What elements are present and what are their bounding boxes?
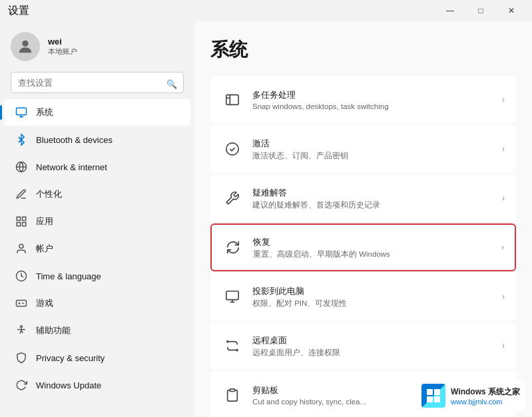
setting-item-projection[interactable]: 投影到此电脑 权限、配对 PIN、可发现性 › [210, 273, 516, 321]
title-bar-left: 设置 [8, 4, 29, 18]
setting-title: 疑难解答 [252, 187, 497, 199]
setting-desc: Snap windows, desktops, task switching [252, 102, 497, 110]
sidebar-item-personalization[interactable]: 个性化 [4, 181, 190, 208]
watermark-text: Windows 系统之家 www.bjjmlv.com [451, 386, 520, 406]
user-name: wei [48, 37, 77, 47]
sidebar-item-apps[interactable]: 应用 [4, 208, 190, 235]
setting-item-troubleshoot[interactable]: 疑难解答 建议的疑难解答、首选项和历史记录 › [210, 174, 516, 222]
svg-rect-11 [226, 95, 238, 105]
gaming-icon [15, 297, 28, 310]
setting-title: 投影到此电脑 [252, 285, 497, 297]
sidebar-item-bluetooth[interactable]: Bluetooth & devices [4, 126, 190, 153]
chevron-right-icon: › [502, 292, 505, 301]
svg-rect-4 [23, 217, 26, 220]
content-area: 系统 多任务处理 Snap windows, desktops, task sw… [194, 21, 532, 417]
nav-list: 系统 Bluetooth & devices Network & interne… [0, 98, 194, 417]
activation-icon [222, 138, 243, 160]
setting-item-activation[interactable]: 激活 激活状态、订阅、产品密钥 › [210, 125, 516, 173]
troubleshoot-icon [222, 188, 243, 209]
sidebar-item-accessibility[interactable]: 辅助功能 [4, 317, 190, 344]
maximize-button[interactable]: □ [465, 0, 496, 21]
sidebar-item-label: Network & internet [36, 162, 107, 172]
minimize-button[interactable]: — [435, 0, 465, 21]
chevron-right-icon: › [502, 95, 505, 104]
setting-item-recovery[interactable]: 恢复 重置、高级启动、早期版本的 Windows › [210, 223, 516, 271]
setting-item-multitasking[interactable]: 多任务处理 Snap windows, desktops, task switc… [210, 76, 516, 124]
svg-point-12 [226, 143, 238, 155]
remote-icon [222, 335, 243, 356]
time-icon [15, 269, 28, 283]
watermark-line2: www.bjjmlv.com [451, 398, 520, 406]
sidebar-item-update[interactable]: Windows Update [4, 372, 190, 398]
setting-title: 远程桌面 [252, 335, 497, 347]
svg-rect-15 [427, 389, 433, 395]
chevron-right-icon: › [502, 341, 505, 350]
setting-item-remote[interactable]: 远程桌面 远程桌面用户、连接权限 › [210, 322, 516, 370]
sidebar-item-label: Windows Update [36, 380, 101, 390]
sidebar-item-system[interactable]: 系统 [4, 99, 190, 126]
app-container: wei 本地账户 🔍 系统 Bluetooth & devices Networ… [0, 21, 532, 417]
sidebar-item-label: Privacy & security [36, 353, 105, 363]
user-info: wei 本地账户 [48, 37, 77, 57]
svg-point-7 [19, 244, 23, 248]
sidebar-item-accounts[interactable]: 帐户 [4, 235, 190, 262]
setting-title: 恢复 [253, 236, 496, 248]
projection-icon [222, 286, 243, 307]
sidebar-item-label: 个性化 [36, 188, 62, 200]
clipboard-icon [222, 384, 243, 406]
setting-text: 恢复 重置、高级启动、早期版本的 Windows [253, 236, 496, 259]
svg-rect-18 [434, 396, 440, 402]
watermark-logo [421, 384, 445, 408]
chevron-right-icon: › [502, 144, 505, 154]
sidebar-item-label: Time & language [36, 271, 101, 281]
svg-point-0 [22, 41, 28, 47]
setting-text: 多任务处理 Snap windows, desktops, task switc… [252, 89, 497, 110]
setting-title: 多任务处理 [252, 89, 497, 101]
sidebar-item-label: 辅助功能 [36, 325, 71, 337]
settings-list: 多任务处理 Snap windows, desktops, task switc… [210, 76, 516, 417]
svg-rect-14 [230, 389, 234, 392]
watermark: Windows 系统之家 www.bjjmlv.com [416, 381, 525, 410]
svg-point-10 [21, 326, 23, 328]
setting-desc: 重置、高级启动、早期版本的 Windows [253, 249, 496, 259]
sidebar-item-time[interactable]: Time & language [4, 263, 190, 289]
setting-desc: 权限、配对 PIN、可发现性 [252, 299, 497, 309]
apps-icon [15, 215, 28, 228]
personalization-icon [15, 188, 28, 201]
setting-desc: 远程桌面用户、连接权限 [252, 348, 497, 358]
svg-rect-6 [23, 223, 26, 226]
search-container: 🔍 [0, 69, 194, 98]
system-icon [15, 106, 28, 119]
watermark-line1: Windows 系统之家 [451, 386, 520, 398]
search-input[interactable] [11, 72, 184, 93]
update-icon [15, 378, 28, 392]
setting-text: 投影到此电脑 权限、配对 PIN、可发现性 [252, 285, 497, 309]
svg-rect-5 [17, 223, 20, 226]
network-icon [15, 160, 28, 174]
user-role: 本地账户 [48, 47, 77, 57]
sidebar-item-privacy[interactable]: Privacy & security [4, 345, 190, 371]
title-bar-controls: — □ ✕ [435, 0, 527, 21]
svg-rect-3 [17, 217, 20, 220]
page-title: 系统 [210, 37, 516, 63]
title-bar-title: 设置 [8, 4, 29, 18]
multitasking-icon [222, 89, 243, 110]
accessibility-icon [15, 324, 28, 337]
setting-desc: 激活状态、订阅、产品密钥 [252, 151, 497, 161]
sidebar-item-label: 系统 [36, 106, 53, 118]
recovery-icon [222, 237, 244, 258]
bluetooth-icon [15, 133, 28, 146]
accounts-icon [15, 242, 28, 255]
close-button[interactable]: ✕ [496, 0, 527, 21]
svg-rect-17 [427, 396, 433, 402]
svg-rect-13 [226, 291, 238, 300]
user-profile[interactable]: wei 本地账户 [0, 21, 194, 69]
sidebar-item-gaming[interactable]: 游戏 [4, 290, 190, 317]
svg-rect-9 [17, 301, 27, 307]
sidebar-item-network[interactable]: Network & internet [4, 154, 190, 180]
setting-text: 激活 激活状态、订阅、产品密钥 [252, 138, 497, 161]
sidebar: wei 本地账户 🔍 系统 Bluetooth & devices Networ… [0, 21, 194, 417]
title-bar: 设置 — □ ✕ [0, 0, 532, 21]
privacy-icon [15, 351, 28, 364]
sidebar-item-label: 帐户 [36, 243, 53, 255]
